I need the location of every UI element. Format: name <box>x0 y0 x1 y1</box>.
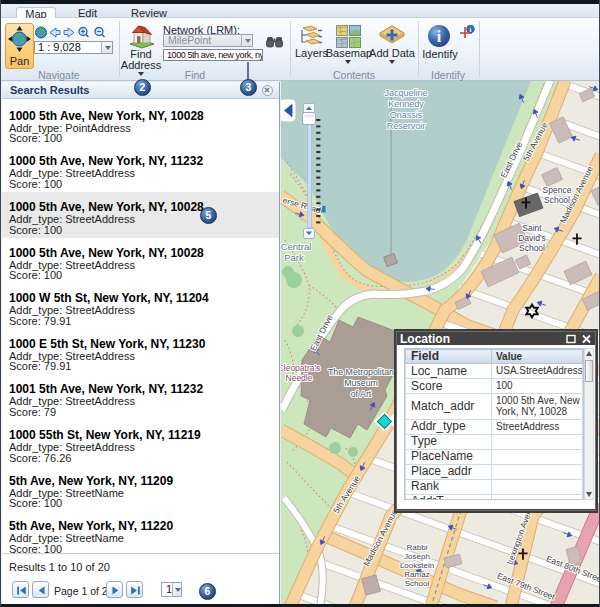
svg-text:Onassis: Onassis <box>390 110 423 120</box>
svg-text:Cleopatra's: Cleopatra's <box>281 363 320 373</box>
svg-text:The Metropolitan: The Metropolitan <box>328 367 394 377</box>
svg-text:Kennedy: Kennedy <box>388 99 424 109</box>
svg-text:School: School <box>405 579 430 588</box>
svg-text:Central: Central <box>281 241 311 252</box>
svg-text:School: School <box>519 243 545 253</box>
svg-text:Spence: Spence <box>543 185 572 195</box>
svg-text:i: i <box>470 26 472 33</box>
svg-text:of Art: of Art <box>351 389 372 399</box>
svg-text:Museum: Museum <box>344 378 378 388</box>
svg-text:David's: David's <box>518 233 546 243</box>
svg-text:Rabbi: Rabbi <box>407 543 428 552</box>
svg-text:Saint: Saint <box>522 223 542 233</box>
svg-text:i: i <box>437 28 442 45</box>
svg-text:School: School <box>544 195 570 205</box>
svg-text:Needle: Needle <box>286 373 313 383</box>
svg-text:Lookstein: Lookstein <box>400 561 434 570</box>
svg-text:Park: Park <box>284 252 304 263</box>
svg-text:Ramaz: Ramaz <box>404 570 429 579</box>
svg-text:Jacqueline: Jacqueline <box>384 88 427 98</box>
svg-text:Reservoir: Reservoir <box>387 121 426 131</box>
svg-text:Joseph: Joseph <box>404 552 430 561</box>
